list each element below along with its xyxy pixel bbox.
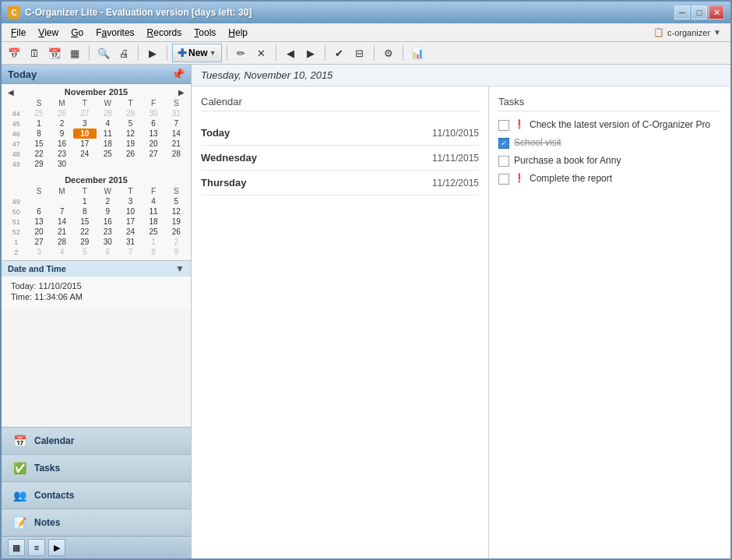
table-row (97, 159, 119, 169)
account-dropdown-icon[interactable]: ▼ (713, 28, 721, 37)
table-row[interactable]: 9 (51, 129, 73, 139)
table-row[interactable]: 14 (165, 129, 188, 139)
month-view-btn[interactable]: 📆 (45, 44, 64, 62)
today-cell[interactable]: 10 (73, 129, 96, 139)
minimize-button[interactable]: ─ (674, 5, 690, 19)
table-row[interactable]: 2 (51, 118, 73, 129)
nav-grid-btn[interactable]: ▦ (8, 539, 25, 556)
prev-btn[interactable]: ◀ (281, 44, 300, 62)
task-checkbox-1[interactable] (498, 120, 509, 131)
table-row[interactable]: 26 (51, 108, 73, 118)
filter-btn[interactable]: ⊟ (350, 44, 369, 62)
settings-btn[interactable]: ⚙ (379, 44, 398, 62)
tasks-panel-title: Tasks (498, 96, 721, 111)
nov-next-btn[interactable]: ▶ (175, 88, 188, 97)
list-item: Thursday 11/12/2015 (201, 171, 479, 195)
table-row[interactable]: 25 (97, 149, 119, 159)
table-row[interactable]: 31 (165, 108, 188, 118)
table-row[interactable]: 18 (97, 139, 119, 149)
table-row[interactable]: 29 (27, 159, 50, 169)
table-row[interactable]: 27 (142, 149, 164, 159)
week-view-btn[interactable]: 🗓 (25, 44, 44, 62)
search-btn[interactable]: 🔍 (94, 44, 113, 62)
date-time-panel: Date and Time ▼ Today: 11/10/2015 Time: … (2, 260, 191, 308)
task-checkbox-4[interactable] (498, 174, 509, 185)
date-time-header[interactable]: Date and Time ▼ (2, 261, 191, 276)
table-row: 1 27 28 29 30 31 1 2 (5, 237, 188, 247)
list-view-btn[interactable]: ▦ (65, 44, 84, 62)
table-row[interactable]: 28 (165, 149, 188, 159)
table-row (165, 159, 188, 169)
contacts-icon: 👥 (11, 487, 28, 504)
menu-records[interactable]: Records (141, 26, 188, 40)
dec-month-label: December 2015 (65, 175, 128, 185)
maximize-button[interactable]: □ (692, 5, 707, 19)
nav-list-btn[interactable]: ≡ (28, 539, 45, 556)
menu-tools[interactable]: Tools (188, 26, 222, 40)
app-icon: C (8, 6, 20, 19)
new-dropdown-icon[interactable]: ▼ (209, 49, 216, 57)
table-row[interactable]: 30 (142, 108, 164, 118)
sidebar-item-label: Calendar (34, 435, 74, 446)
nov-prev-btn[interactable]: ◀ (5, 88, 17, 97)
task-checkbox-2[interactable] (498, 138, 509, 149)
today-header: Today 📌 (2, 65, 191, 84)
table-row[interactable]: 4 (97, 118, 119, 129)
table-row[interactable]: 20 (142, 139, 164, 149)
table-row[interactable]: 11 (97, 129, 119, 139)
expand-btn[interactable]: ▶ (143, 44, 162, 62)
new-icon: ✚ (178, 47, 187, 59)
nav-expand-btn[interactable]: ▶ (48, 539, 65, 556)
report-btn[interactable]: 📊 (408, 44, 427, 62)
menu-file[interactable]: File (5, 26, 32, 40)
table-row[interactable]: 16 (51, 139, 73, 149)
close-button[interactable]: ✕ (709, 5, 724, 19)
next-btn[interactable]: ▶ (301, 44, 320, 62)
menu-view[interactable]: View (32, 26, 65, 40)
table-row[interactable]: 3 (73, 118, 96, 129)
delete-btn[interactable]: ✕ (252, 44, 271, 62)
menu-favorites[interactable]: Favorites (90, 26, 140, 40)
table-row[interactable]: 6 (142, 118, 164, 129)
table-row[interactable]: 27 (73, 108, 96, 118)
table-row[interactable]: 1 (27, 118, 50, 129)
table-row[interactable]: 24 (73, 149, 96, 159)
table-row[interactable]: 7 (165, 118, 188, 129)
new-button[interactable]: ✚ New ▼ (172, 44, 222, 62)
menu-go[interactable]: Go (65, 26, 90, 40)
menu-help[interactable]: Help (222, 26, 254, 40)
list-item: Today 11/10/2015 (201, 121, 479, 146)
table-row (142, 159, 164, 169)
table-row[interactable]: 22 (27, 149, 50, 159)
week-num: 48 (5, 149, 27, 159)
sidebar-item-tasks[interactable]: ✅ Tasks (2, 454, 191, 481)
table-row[interactable]: 17 (73, 139, 96, 149)
cal-date-thu: 11/12/2015 (432, 178, 479, 188)
table-row (73, 159, 96, 169)
table-row[interactable]: 21 (165, 139, 188, 149)
table-row[interactable]: 25 (27, 108, 50, 118)
date-time-collapse-icon[interactable]: ▼ (175, 263, 185, 274)
table-row[interactable]: 5 (119, 118, 142, 129)
sidebar-item-contacts[interactable]: 👥 Contacts (2, 481, 191, 509)
table-row[interactable]: 29 (119, 108, 142, 118)
table-row[interactable]: 8 (27, 129, 50, 139)
table-row[interactable]: 23 (51, 149, 73, 159)
table-row[interactable]: 15 (27, 139, 50, 149)
table-row[interactable]: 30 (51, 159, 73, 169)
table-row[interactable]: 19 (119, 139, 142, 149)
day-view-btn[interactable]: 📅 (5, 44, 23, 62)
pin-icon[interactable]: 📌 (171, 68, 185, 80)
table-row[interactable]: 13 (142, 129, 164, 139)
sidebar-item-calendar[interactable]: 📅 Calendar (2, 427, 191, 454)
check-btn[interactable]: ✔ (330, 44, 349, 62)
cal-day-wed: Wednesday (201, 152, 257, 164)
print-btn[interactable]: 🖨 (114, 44, 133, 62)
table-row[interactable]: 28 (97, 108, 119, 118)
edit-btn[interactable]: ✏ (232, 44, 251, 62)
main-window: C C-Organizer Lite - Evaluation version … (0, 0, 732, 560)
sidebar-item-notes[interactable]: 📝 Notes (2, 509, 191, 536)
task-checkbox-3[interactable] (498, 156, 509, 167)
table-row[interactable]: 12 (119, 129, 142, 139)
table-row[interactable]: 26 (119, 149, 142, 159)
